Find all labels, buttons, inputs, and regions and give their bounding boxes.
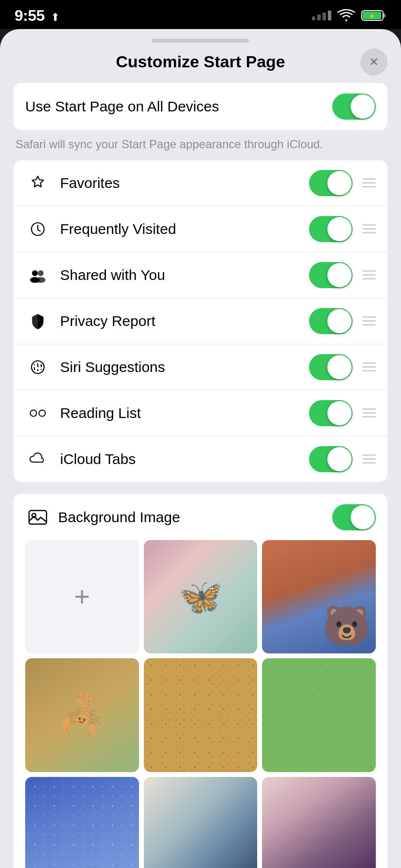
- icloud-tabs-row: iCloud Tabs: [14, 436, 387, 482]
- wallpaper-pattern-orange[interactable]: [144, 658, 258, 772]
- svg-point-5: [32, 270, 38, 276]
- reading-list-row: Reading List: [14, 390, 387, 436]
- toggle-knob: [327, 355, 352, 379]
- privacy-report-label: Privacy Report: [60, 313, 309, 329]
- background-image-label: Background Image: [58, 509, 180, 526]
- privacy-report-row: Privacy Report: [14, 298, 387, 344]
- wallpaper-grid: +: [25, 540, 376, 868]
- background-image-left: Background Image: [25, 505, 180, 530]
- status-bar: 9:55 ⬆ ⚡: [0, 0, 401, 29]
- svg-point-17: [39, 410, 45, 416]
- frequently-visited-drag-handle[interactable]: [362, 224, 376, 233]
- siri-suggestions-toggle[interactable]: [309, 354, 353, 380]
- shared-with-you-controls: [309, 262, 376, 288]
- frequently-visited-controls: [309, 216, 376, 242]
- shared-with-you-drag-handle[interactable]: [362, 270, 376, 279]
- toggle-knob: [327, 447, 352, 471]
- privacy-report-controls: [309, 308, 376, 334]
- icloud-tabs-label: iCloud Tabs: [60, 451, 309, 467]
- favorites-icon: [25, 170, 50, 196]
- settings-list-card: Favorites Frequently Visited: [14, 160, 387, 482]
- location-icon: ⬆: [51, 11, 60, 23]
- battery-icon: ⚡: [361, 9, 386, 22]
- sync-label: Use Start Page on All Devices: [25, 98, 219, 115]
- toggle-knob: [327, 263, 352, 287]
- frequently-visited-row: Frequently Visited: [14, 206, 387, 252]
- siri-suggestions-label: Siri Suggestions: [60, 359, 309, 375]
- icloud-tabs-icon: [25, 447, 50, 472]
- icloud-tabs-controls: [309, 446, 376, 472]
- main-content: Customize Start Page ✕ Use Start Page on…: [0, 29, 401, 868]
- reading-list-toggle[interactable]: [309, 400, 353, 426]
- wallpaper-space[interactable]: [25, 777, 139, 868]
- svg-point-6: [38, 270, 44, 276]
- wallpaper-pattern-green[interactable]: [262, 658, 376, 772]
- privacy-report-icon: [25, 309, 50, 334]
- privacy-report-drag-handle[interactable]: [362, 316, 376, 326]
- favorites-drag-handle[interactable]: [362, 178, 376, 187]
- sync-description: Safari will sync your Start Page appeara…: [14, 136, 387, 160]
- close-button[interactable]: ✕: [360, 48, 387, 76]
- sync-toggle-card: Use Start Page on All Devices: [14, 83, 387, 130]
- add-wallpaper-button[interactable]: +: [25, 540, 139, 654]
- svg-rect-19: [29, 511, 46, 524]
- reading-list-label: Reading List: [60, 405, 309, 421]
- icloud-tabs-drag-handle[interactable]: [362, 454, 376, 464]
- background-image-icon: [25, 505, 50, 530]
- sync-toggle[interactable]: [332, 93, 376, 120]
- toggle-knob: [351, 94, 375, 119]
- shared-with-you-label: Shared with You: [60, 267, 309, 283]
- wallpaper-scorpion[interactable]: [25, 658, 139, 772]
- svg-rect-1: [383, 14, 386, 17]
- shared-with-you-row: Shared with You: [14, 252, 387, 298]
- favorites-controls: [309, 170, 376, 196]
- icloud-tabs-toggle[interactable]: [309, 446, 353, 472]
- svg-point-16: [30, 410, 36, 416]
- toggle-knob: [327, 217, 352, 241]
- favorites-label: Favorites: [60, 175, 309, 191]
- siri-suggestions-row: Siri Suggestions: [14, 344, 387, 390]
- frequently-visited-label: Frequently Visited: [60, 221, 309, 237]
- shared-with-you-icon: [25, 263, 50, 288]
- favorites-row: Favorites: [14, 160, 387, 206]
- reading-list-icon: [25, 401, 50, 426]
- toggle-knob: [327, 401, 352, 425]
- siri-suggestions-drag-handle[interactable]: [362, 362, 376, 372]
- shared-with-you-toggle[interactable]: [309, 262, 353, 288]
- reading-list-drag-handle[interactable]: [362, 408, 376, 418]
- wallpaper-fold2[interactable]: [262, 777, 376, 868]
- add-icon: +: [74, 583, 90, 610]
- toggle-knob: [351, 505, 375, 529]
- privacy-report-toggle[interactable]: [309, 308, 353, 334]
- frequently-visited-toggle[interactable]: [309, 216, 353, 242]
- reading-list-controls: [309, 400, 376, 426]
- background-image-card: Background Image +: [14, 494, 387, 868]
- wallpaper-fold1[interactable]: [144, 777, 258, 868]
- status-icons: ⚡: [312, 9, 386, 22]
- favorites-toggle[interactable]: [309, 170, 353, 196]
- signal-strength-icon: [312, 11, 331, 20]
- frequently-visited-icon: [25, 217, 50, 242]
- toggle-knob: [327, 309, 352, 333]
- page-header: Customize Start Page ✕: [14, 52, 387, 71]
- toggle-knob: [327, 171, 352, 195]
- svg-text:⚡: ⚡: [369, 13, 375, 19]
- wifi-icon: [337, 9, 355, 22]
- siri-suggestions-controls: [309, 354, 376, 380]
- tab-bar-hint: [152, 39, 249, 43]
- page-title: Customize Start Page: [116, 52, 285, 71]
- wallpaper-butterfly[interactable]: [144, 540, 258, 654]
- background-image-toggle[interactable]: [332, 504, 376, 530]
- status-time-area: 9:55 ⬆: [15, 7, 60, 25]
- time-display: 9:55: [15, 7, 45, 24]
- siri-suggestions-icon: [25, 355, 50, 380]
- background-image-header: Background Image: [25, 504, 376, 530]
- wallpaper-bear[interactable]: [262, 540, 376, 654]
- svg-point-8: [36, 277, 46, 283]
